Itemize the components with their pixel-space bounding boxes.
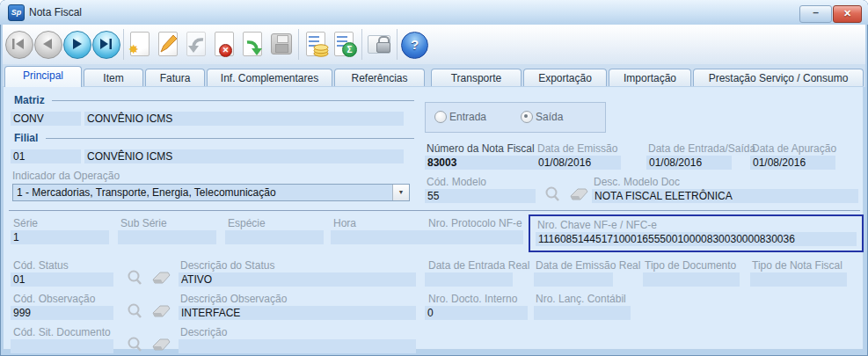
- entrada-radio[interactable]: [434, 111, 447, 123]
- close-button[interactable]: ✕: [833, 5, 862, 23]
- delete-document-button[interactable]: ✕: [211, 31, 237, 57]
- previous-record-button[interactable]: [34, 31, 62, 59]
- tab-transporte[interactable]: Transporte: [431, 69, 522, 87]
- data-entrada-real-field[interactable]: [425, 272, 513, 287]
- horizontal-separator: [9, 210, 860, 211]
- tab-importacao[interactable]: Importação: [609, 69, 691, 87]
- matriz-section-header: Matriz: [14, 94, 45, 106]
- direction-groupbox: Entrada Saída: [425, 102, 606, 133]
- hora-label: Hora: [333, 217, 356, 229]
- tipo-documento-label: Tipo de Documento: [645, 259, 736, 272]
- filial-name-field[interactable]: CONVÊNIO ICMS: [84, 149, 404, 163]
- confirm-document-button[interactable]: [239, 31, 266, 57]
- last-record-button[interactable]: [92, 31, 120, 59]
- sub-serie-field[interactable]: [118, 230, 216, 244]
- descricao-sit-label: Descrição: [180, 326, 227, 338]
- entrada-radio-label: Entrada: [449, 111, 486, 123]
- tab-prestacao-servico[interactable]: Prestação Serviço / Consumo: [693, 69, 864, 87]
- undo-button[interactable]: [183, 31, 209, 57]
- filial-code-field[interactable]: 01: [11, 149, 81, 163]
- tipo-nota-fiscal-field[interactable]: [750, 272, 847, 287]
- green-arrow-icon: [243, 36, 266, 57]
- tipo-documento-field[interactable]: [643, 272, 740, 287]
- chave-nfe-label: Nro. Chave NF-e / NFC-e: [537, 219, 657, 231]
- app-icon: Sp: [8, 4, 25, 21]
- lookup-icon-pair[interactable]: [124, 269, 173, 287]
- cod-status-label: Cód. Status: [13, 259, 69, 272]
- minimize-button[interactable]: –: [799, 5, 832, 23]
- cod-modelo-label: Cód. Modelo: [427, 176, 486, 188]
- first-record-button[interactable]: [5, 31, 33, 59]
- nro-lanc-contabil-label: Nro. Lanç. Contábil: [536, 293, 626, 305]
- chave-nfe-highlight-box: Nro. Chave NF-e / NFC-e 1116085144517100…: [529, 214, 864, 252]
- last-record-icon: [93, 32, 118, 56]
- toolbar: ✸ ✕: [3, 25, 865, 64]
- matriz-code-field[interactable]: CONV: [11, 112, 81, 126]
- data-emissao-label: Data de Emissão: [537, 142, 617, 155]
- undo-arrow-icon: [185, 34, 208, 55]
- data-entrada-real-label: Data de Entrada Real: [428, 259, 529, 272]
- save-button[interactable]: [267, 31, 294, 57]
- lookup-icon-pair[interactable]: [124, 302, 173, 320]
- cod-observacao-field[interactable]: 999: [11, 306, 113, 320]
- pencil-icon: [156, 32, 180, 56]
- tab-item[interactable]: Item: [84, 69, 143, 87]
- section-line: [52, 100, 414, 101]
- lookup-icon-pair[interactable]: [542, 185, 591, 203]
- help-button[interactable]: ?: [401, 32, 428, 59]
- descricao-sit-field[interactable]: [179, 339, 416, 353]
- lookup-icon-pair[interactable]: [124, 336, 173, 353]
- new-document-button[interactable]: ✸: [127, 31, 153, 57]
- toolbar-separator: [123, 29, 124, 60]
- chevron-down-icon[interactable]: ▼: [392, 185, 409, 200]
- cod-sit-documento-field[interactable]: [11, 339, 113, 353]
- cod-status-field[interactable]: 01: [11, 272, 113, 287]
- especie-label: Espécie: [228, 217, 266, 229]
- protocolo-field[interactable]: [425, 230, 523, 244]
- data-emissao-real-label: Data de Emissão Real: [536, 259, 640, 272]
- floppy-disk-icon: [271, 33, 292, 54]
- tab-inf-complementares[interactable]: Inf. Complementares: [207, 69, 332, 87]
- serie-field[interactable]: 1: [11, 230, 109, 244]
- tab-fatura[interactable]: Fatura: [145, 69, 205, 87]
- section-line: [46, 138, 414, 139]
- indicador-operacao-dropdown[interactable]: 1 - Mercadorias, Transporte, Energia, Te…: [12, 184, 410, 201]
- data-emissao-field[interactable]: 01/08/2016: [536, 156, 621, 170]
- first-record-icon: [6, 32, 31, 56]
- numero-nf-field[interactable]: 83003: [425, 156, 536, 170]
- data-apuracao-field[interactable]: 01/08/2016: [750, 156, 835, 170]
- hora-field[interactable]: [331, 230, 429, 244]
- previous-record-icon: [35, 32, 60, 56]
- data-emissao-real-field[interactable]: [534, 272, 613, 287]
- protocolo-label: Nro. Protocolo NF-e: [428, 217, 522, 229]
- edit-document-button[interactable]: [155, 31, 181, 57]
- sub-serie-label: Sub Série: [120, 217, 167, 229]
- indicador-operacao-value: 1 - Mercadorias, Transporte, Energia, Te…: [17, 186, 276, 199]
- desc-observacao-label: Descrição Observação: [180, 293, 287, 305]
- tipo-nota-fiscal-label: Tipo de Nota Fiscal: [752, 259, 842, 272]
- report-values-button[interactable]: [303, 31, 329, 57]
- tab-principal[interactable]: Principal: [4, 66, 82, 87]
- data-entrada-saida-label: Data de Entrada/Saída: [648, 142, 755, 155]
- cod-modelo-field[interactable]: 55: [425, 189, 536, 203]
- cod-sit-documento-label: Cód. Sit. Documento: [13, 326, 111, 338]
- saida-radio[interactable]: [521, 111, 533, 123]
- desc-status-field[interactable]: ATIVO: [179, 272, 416, 287]
- next-record-button[interactable]: [63, 31, 91, 59]
- nro-lanc-contabil-field[interactable]: [534, 306, 631, 320]
- indicador-operacao-label: Indicador da Operação: [12, 170, 120, 182]
- especie-field[interactable]: [225, 230, 324, 244]
- desc-modelo-field[interactable]: NOTA FISCAL ELETRÔNICA: [592, 189, 858, 203]
- tab-exportacao[interactable]: Exportação: [523, 69, 607, 87]
- nro-docto-interno-field[interactable]: 0: [425, 306, 528, 320]
- window-title: Nota Fiscal: [29, 6, 82, 18]
- matriz-name-field[interactable]: CONVÊNIO ICMS: [84, 112, 404, 126]
- lock-button[interactable]: [366, 31, 392, 57]
- lock-icon: [376, 42, 390, 53]
- tab-referencias[interactable]: Referências: [334, 69, 425, 87]
- toolbar-separator: [298, 29, 299, 60]
- chave-nfe-field[interactable]: 1116085144517100016555001000083003000083…: [536, 232, 857, 246]
- report-totals-button[interactable]: Σ: [331, 31, 357, 57]
- desc-observacao-field[interactable]: INTERFACE: [179, 306, 416, 320]
- data-entrada-saida-field[interactable]: 01/08/2016: [646, 156, 732, 170]
